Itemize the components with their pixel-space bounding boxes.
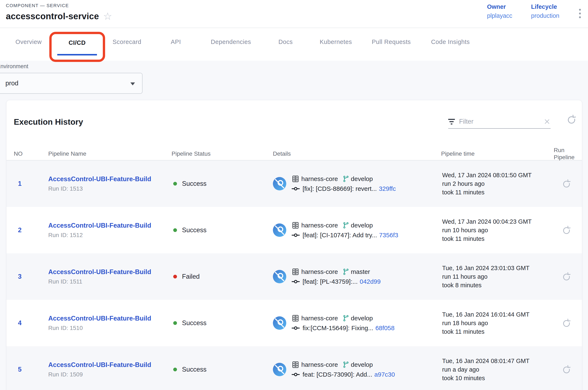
git-commit-icon — [292, 233, 300, 238]
commit-line: feat: [CDS-73090]: Add... a97c30 — [292, 371, 395, 378]
run-pipeline-icon[interactable] — [561, 179, 572, 189]
git-branch-icon — [343, 176, 349, 182]
pipeline-avatar-icon — [273, 270, 286, 283]
owner-meta: Owner plplayacc — [487, 3, 512, 19]
col-header-pipeline-time: Pipeline time — [441, 150, 551, 157]
kebab-menu-icon[interactable] — [578, 8, 582, 19]
branch-name: develop — [351, 222, 373, 229]
pipeline-name-cell: AccessControl-UBI-Feature-Build Run ID: … — [48, 222, 172, 239]
pipeline-avatar-icon — [273, 223, 286, 237]
status-label: Success — [182, 226, 206, 234]
status-label: Success — [182, 180, 206, 188]
time-ago: run a day ago — [442, 365, 551, 374]
commit-line: [feat]: [CI-10747]: Add try... 7356f3 — [292, 232, 398, 239]
git-commit-icon — [292, 372, 300, 377]
commit-message: [feat]: [CI-10747]: Add try... — [303, 232, 377, 239]
row-number-link[interactable]: 1 — [14, 180, 48, 188]
git-branch-icon — [343, 315, 349, 322]
commit-hash-link[interactable]: a97c30 — [374, 371, 395, 378]
status-dot — [173, 321, 177, 325]
tab-api[interactable]: API — [171, 39, 181, 46]
run-id-label: Run ID: 1513 — [48, 185, 172, 192]
commit-hash-link[interactable]: 68f058 — [375, 325, 394, 332]
git-commit-icon — [292, 279, 300, 284]
commit-hash-link[interactable]: 7356f3 — [379, 232, 398, 239]
pipeline-name-cell: AccessControl-UBI-Feature-Build Run ID: … — [48, 268, 172, 285]
branch-name: develop — [351, 361, 373, 368]
repo-icon — [292, 175, 299, 183]
card-title: Execution History — [14, 117, 83, 127]
cicd-section: Environment prod Execution History NO Pi… — [0, 61, 588, 390]
favorite-star-icon[interactable]: ☆ — [103, 11, 112, 21]
lifecycle-label: Lifecycle — [531, 3, 559, 10]
tab-code-insights[interactable]: Code Insights — [431, 39, 470, 46]
time-took: took 8 minutes — [442, 281, 551, 290]
tab-docs[interactable]: Docs — [278, 39, 293, 46]
pipeline-name-link[interactable]: AccessControl-UBI-Feature-Build — [48, 175, 172, 183]
status-dot — [173, 228, 177, 232]
pipeline-time-cell: Tue, 16 Jan 2024 23:01:03 GMT run 11 hou… — [441, 264, 551, 290]
refresh-icon[interactable] — [566, 114, 577, 125]
pipeline-time-cell: Wed, 17 Jan 2024 00:04:23 GMT run 10 hou… — [441, 217, 551, 243]
time-ago: run 2 hours ago — [442, 180, 551, 188]
run-id-label: Run ID: 1512 — [48, 232, 172, 239]
status-dot — [173, 182, 177, 186]
pipeline-name-link[interactable]: AccessControl-UBI-Feature-Build — [48, 222, 172, 229]
table-row: 1 AccessControl-UBI-Feature-Build Run ID… — [6, 160, 582, 207]
lifecycle-meta: Lifecycle production — [531, 3, 559, 19]
details-cell: harness-core master [feat]: [PL-43759]:. — [273, 268, 441, 285]
pipeline-time-cell: Tue, 16 Jan 2024 08:01:47 GMT run a day … — [441, 357, 551, 383]
status-dot — [173, 275, 177, 279]
owner-label: Owner — [487, 3, 512, 10]
row-number-link[interactable]: 5 — [14, 366, 48, 373]
row-number-link[interactable]: 4 — [14, 319, 48, 327]
owner-link[interactable]: plplayacc — [487, 12, 512, 19]
commit-line: [fix]: [CDS-88669]: revert... 329ffc — [292, 185, 396, 192]
tab-bar: Overview CI/CD Scorecard API Dependencie… — [0, 28, 588, 61]
git-branch-icon — [343, 361, 349, 368]
commit-hash-link[interactable]: 042d99 — [360, 278, 381, 285]
pipeline-time-cell: Tue, 16 Jan 2024 16:01:44 GMT run 18 hou… — [441, 310, 551, 336]
table-body: 1 AccessControl-UBI-Feature-Build Run ID… — [6, 160, 582, 390]
tab-dependencies[interactable]: Dependencies — [211, 39, 251, 46]
run-pipeline-icon[interactable] — [561, 272, 572, 282]
commit-hash-link[interactable]: 329ffc — [379, 185, 396, 192]
repo-branch-line: harness-core develop — [292, 222, 398, 229]
repo-branch-line: harness-core master — [292, 268, 381, 276]
filter-field — [448, 115, 550, 129]
table-header-row: NO Pipeline Name Pipeline Status Details… — [6, 147, 582, 160]
commit-line: fix:[CCM-15649]: Fixing... 68f058 — [292, 325, 394, 332]
run-pipeline-icon[interactable] — [561, 364, 572, 375]
run-pipeline-icon[interactable] — [561, 225, 572, 235]
environment-value: prod — [5, 80, 18, 87]
tab-kubernetes[interactable]: Kubernetes — [320, 39, 352, 46]
table-row: 5 AccessControl-UBI-Feature-Build Run ID… — [6, 346, 582, 390]
table-row: 3 AccessControl-UBI-Feature-Build Run ID… — [6, 253, 582, 300]
pipeline-name-link[interactable]: AccessControl-UBI-Feature-Build — [48, 315, 172, 322]
run-id-label: Run ID: 1511 — [48, 278, 172, 285]
status-label: Success — [182, 366, 206, 373]
branch-name: develop — [351, 175, 373, 183]
header-meta: Owner plplayacc Lifecycle production — [487, 3, 582, 19]
row-number-link[interactable]: 2 — [14, 226, 48, 234]
time-gmt: Tue, 16 Jan 2024 23:01:03 GMT — [442, 264, 551, 272]
clear-x-icon[interactable] — [544, 118, 550, 125]
tab-overview[interactable]: Overview — [15, 39, 42, 46]
tab-pull-requests[interactable]: Pull Requests — [372, 39, 411, 46]
dropdown-caret-icon — [130, 82, 135, 85]
pipeline-name-link[interactable]: AccessControl-UBI-Feature-Build — [48, 268, 172, 276]
environment-select[interactable]: prod — [0, 73, 143, 94]
time-gmt: Tue, 16 Jan 2024 08:01:47 GMT — [442, 357, 551, 365]
row-number-link[interactable]: 3 — [14, 273, 48, 280]
tab-scorecard[interactable]: Scorecard — [113, 39, 141, 46]
pipeline-avatar-icon — [273, 177, 286, 190]
run-pipeline-icon[interactable] — [561, 318, 572, 328]
branch-name: master — [351, 268, 370, 275]
tab-cicd[interactable]: CI/CD — [69, 39, 86, 46]
details-cell: harness-core develop fix:[CCM-15649]: Fi — [273, 314, 441, 332]
filter-input[interactable] — [459, 118, 544, 125]
details-cell: harness-core develop [feat]: [CI-10747]: — [273, 222, 441, 239]
lifecycle-link[interactable]: production — [531, 12, 559, 19]
pipeline-name-link[interactable]: AccessControl-UBI-Feature-Build — [48, 361, 172, 369]
time-took: took 10 minutes — [442, 374, 551, 383]
